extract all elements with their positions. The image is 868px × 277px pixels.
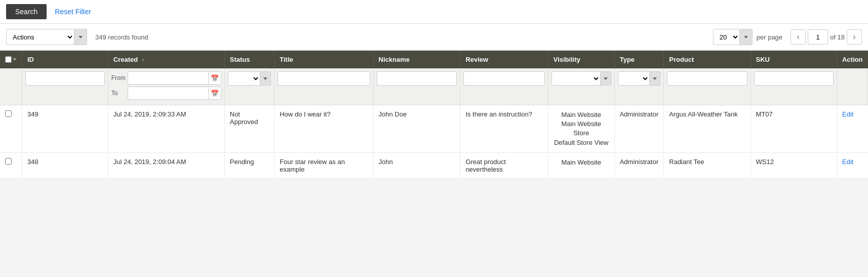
nickname-filter-input[interactable] [377, 71, 457, 86]
th-title: Title [274, 51, 373, 68]
chevron-down-icon [263, 77, 267, 80]
filter-checkbox [0, 68, 22, 105]
row-action: Edit [837, 105, 867, 153]
actions-dropdown-wrap: Actions [6, 29, 87, 45]
edit-link[interactable]: Edit [842, 110, 853, 118]
visibility-filter-select[interactable] [552, 72, 600, 85]
th-id: ID [22, 51, 108, 68]
th-created[interactable]: Created ↑ [108, 51, 224, 68]
top-bar: Search Reset Filter [0, 0, 868, 24]
from-date-input[interactable] [128, 72, 208, 84]
filter-id [22, 68, 108, 105]
from-label: From [111, 74, 126, 82]
select-all-checkbox[interactable] [5, 56, 12, 63]
from-date-wrap: 📅 [128, 71, 221, 85]
edit-link[interactable]: Edit [842, 158, 853, 166]
th-visibility: Visibility [548, 51, 614, 68]
toolbar: Actions 349 records found 20 per page of… [0, 24, 868, 51]
next-page-button[interactable] [847, 29, 862, 45]
filter-status [224, 68, 274, 105]
filter-visibility [548, 68, 614, 105]
chevron-down-icon [744, 36, 748, 38]
chevron-down-icon [604, 77, 608, 80]
row-product: Argus All-Weather Tank [664, 105, 751, 153]
filter-sku [751, 68, 837, 105]
row-sku: MT07 [751, 105, 837, 153]
product-filter-input[interactable] [667, 71, 747, 86]
row-status: Pending [224, 152, 274, 178]
th-review: Review [460, 51, 548, 68]
table-header-row: ID Created ↑ Status Title Nickname Revie… [0, 51, 868, 68]
chevron-right-icon [853, 32, 855, 42]
reset-filter-button[interactable]: Reset Filter [53, 4, 93, 19]
type-filter-wrap [618, 71, 661, 86]
reviews-table: ID Created ↑ Status Title Nickname Revie… [0, 51, 868, 179]
from-calendar-button[interactable]: 📅 [208, 72, 221, 84]
filter-nickname [373, 68, 460, 105]
status-filter-wrap [228, 71, 271, 86]
row-checkbox-cell [0, 152, 22, 178]
filter-title [274, 68, 373, 105]
row-type: Administrator [614, 152, 664, 178]
sku-filter-input[interactable] [754, 71, 834, 86]
review-filter-input[interactable] [463, 71, 544, 86]
row-review: Great product nevertheless [460, 152, 548, 178]
actions-dropdown-button[interactable] [74, 29, 87, 45]
row-checkbox[interactable] [5, 110, 12, 117]
title-filter-input[interactable] [278, 71, 370, 86]
filter-created: From 📅 To 📅 [108, 68, 224, 105]
th-checkbox [0, 51, 22, 68]
row-sku: WS12 [751, 152, 837, 178]
row-checkbox-cell [0, 105, 22, 153]
row-product: Radiant Tee [664, 152, 751, 178]
table-row: 349Jul 24, 2019, 2:09:33 AMNot ApprovedH… [0, 105, 868, 153]
table-row: 348Jul 24, 2019, 2:09:04 AMPendingFour s… [0, 152, 868, 178]
row-title: Four star review as an example [274, 152, 373, 178]
type-filter-select[interactable] [618, 72, 650, 85]
to-label: To [111, 90, 126, 97]
per-page-select[interactable]: 20 [714, 29, 739, 45]
type-filter-dropdown-btn[interactable] [649, 72, 660, 85]
row-visibility: Main Website [548, 152, 614, 178]
chevron-down-icon [78, 36, 83, 38]
th-action: Action [837, 51, 867, 68]
row-nickname: John Doe [373, 105, 460, 153]
th-nickname: Nickname [373, 51, 460, 68]
per-page-label: per page [757, 33, 782, 41]
row-nickname: John [373, 152, 460, 178]
prev-page-button[interactable] [791, 29, 806, 45]
to-date-input[interactable] [128, 87, 208, 99]
page-number-input[interactable] [808, 29, 828, 45]
th-type: Type [614, 51, 664, 68]
search-button[interactable]: Search [6, 4, 47, 19]
row-status: Not Approved [224, 105, 274, 153]
chevron-down-icon [653, 77, 657, 80]
th-sku: SKU [751, 51, 837, 68]
table-body: 349Jul 24, 2019, 2:09:33 AMNot ApprovedH… [0, 105, 868, 179]
row-id: 348 [22, 152, 108, 178]
status-filter-select[interactable] [228, 72, 260, 85]
table-filter-row: From 📅 To 📅 [0, 68, 868, 105]
per-page-select-wrap: 20 [713, 29, 753, 45]
to-date-wrap: 📅 [128, 87, 221, 100]
checkbox-dropdown-icon [13, 58, 17, 61]
row-review: Is there an instruction? [460, 105, 548, 153]
filter-product [664, 68, 751, 105]
filter-review [460, 68, 548, 105]
chevron-left-icon [797, 32, 799, 42]
row-checkbox[interactable] [5, 158, 12, 165]
id-filter-input[interactable] [25, 71, 105, 86]
visibility-filter-wrap [551, 71, 611, 86]
to-calendar-button[interactable]: 📅 [208, 87, 221, 99]
per-page-dropdown-button[interactable] [739, 29, 752, 45]
visibility-filter-dropdown-btn[interactable] [600, 72, 611, 85]
filter-action [837, 68, 867, 105]
th-status: Status [224, 51, 274, 68]
actions-select[interactable]: Actions [7, 29, 74, 45]
pagination: of 18 [791, 29, 862, 45]
per-page-wrap: 20 per page [713, 29, 782, 45]
row-created: Jul 24, 2019, 2:09:04 AM [108, 152, 224, 178]
row-id: 349 [22, 105, 108, 153]
status-filter-dropdown-btn[interactable] [260, 72, 270, 85]
records-found-label: 349 records found [95, 33, 705, 41]
